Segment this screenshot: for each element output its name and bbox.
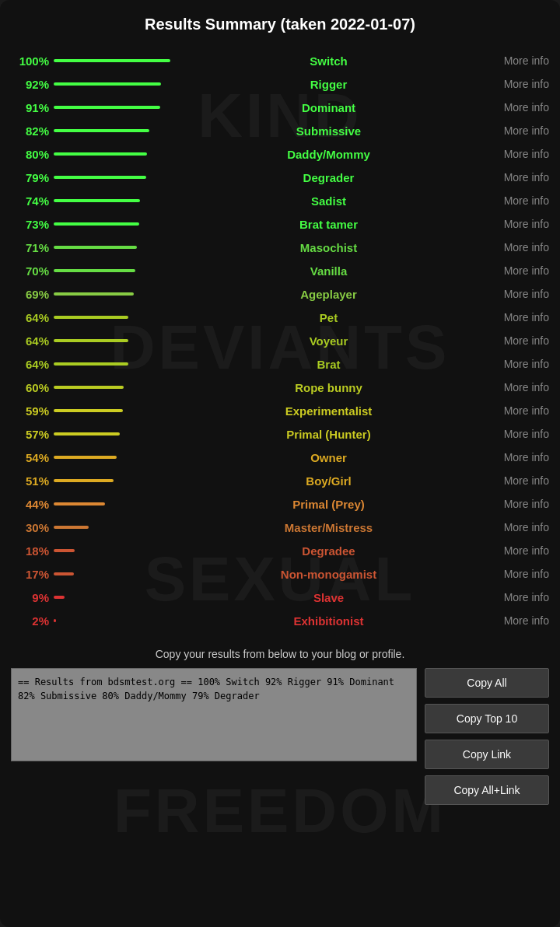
more-info-link[interactable]: More info — [479, 358, 549, 370]
more-info-link[interactable]: More info — [479, 544, 549, 557]
result-pct: 70% — [11, 264, 54, 278]
bar — [54, 619, 56, 622]
copy-all-link-button[interactable]: Copy All+Link — [425, 775, 549, 805]
role-name: Vanilla — [178, 264, 479, 278]
more-info-link[interactable]: More info — [479, 171, 549, 184]
role-name: Degradee — [178, 544, 479, 558]
bar — [54, 82, 161, 86]
result-pct: 51% — [11, 474, 54, 488]
result-pct: 100% — [11, 54, 54, 68]
role-name: Brat — [178, 358, 479, 371]
result-pct: 64% — [11, 358, 54, 371]
more-info-link[interactable]: More info — [479, 591, 549, 603]
bar — [54, 526, 89, 529]
role-name: Pet — [178, 311, 479, 324]
result-row: 64% Brat More info — [8, 352, 552, 376]
result-row: 82% Submissive More info — [8, 119, 552, 142]
bar — [54, 246, 137, 249]
bar — [54, 59, 170, 62]
bar-container — [54, 432, 178, 436]
result-row: 69% Ageplayer More info — [8, 282, 552, 306]
bar-container — [54, 595, 178, 600]
copy-top10-button[interactable]: Copy Top 10 — [425, 704, 549, 733]
role-name: Daddy/Mommy — [178, 148, 479, 161]
result-pct: 59% — [11, 404, 54, 418]
copy-buttons-group: Copy All Copy Top 10 Copy Link Copy All+… — [425, 668, 549, 805]
bar — [54, 479, 114, 482]
result-row: 74% Sadist More info — [8, 189, 552, 212]
bar-container — [54, 455, 178, 460]
more-info-link[interactable]: More info — [479, 311, 549, 324]
bar-container — [54, 175, 178, 180]
bar — [54, 432, 120, 436]
more-info-link[interactable]: More info — [479, 381, 549, 394]
result-row: 70% Vanilla More info — [8, 259, 552, 282]
more-info-link[interactable]: More info — [479, 101, 549, 114]
more-info-link[interactable]: More info — [479, 498, 549, 510]
more-info-link[interactable]: More info — [479, 288, 549, 300]
result-pct: 57% — [11, 428, 54, 441]
bar-container — [54, 268, 178, 273]
bar — [54, 549, 75, 552]
role-name: Rigger — [178, 78, 479, 91]
result-row: 64% Pet More info — [8, 306, 552, 329]
main-container: KIND DEVIANTS SEXUAL FREEDOM Results Sum… — [0, 0, 560, 927]
result-row: 51% Boy/Girl More info — [8, 469, 552, 492]
bar-container — [54, 408, 178, 413]
bar-container — [54, 315, 178, 320]
role-name: Ageplayer — [178, 288, 479, 301]
more-info-link[interactable]: More info — [479, 521, 549, 533]
bar — [54, 292, 134, 296]
result-pct: 2% — [11, 614, 54, 628]
copy-link-button[interactable]: Copy Link — [425, 740, 549, 769]
more-info-link[interactable]: More info — [479, 124, 549, 137]
copy-section: Copy your results from below to your blo… — [8, 643, 552, 808]
more-info-link[interactable]: More info — [479, 54, 549, 67]
result-row: 79% Degrader More info — [8, 166, 552, 189]
copy-area: == Results from bdsmtest.org == 100% Swi… — [11, 668, 549, 805]
more-info-link[interactable]: More info — [479, 78, 549, 90]
result-row: 59% Experimentalist More info — [8, 399, 552, 422]
bar-container — [54, 58, 178, 63]
result-pct: 69% — [11, 288, 54, 301]
more-info-link[interactable]: More info — [479, 568, 549, 580]
bar-container — [54, 105, 178, 110]
more-info-link[interactable]: More info — [479, 428, 549, 440]
result-row: 64% Voyeur More info — [8, 329, 552, 352]
copy-all-button[interactable]: Copy All — [425, 668, 549, 698]
more-info-link[interactable]: More info — [479, 264, 549, 277]
more-info-link[interactable]: More info — [479, 218, 549, 230]
more-info-link[interactable]: More info — [479, 241, 549, 254]
result-pct: 73% — [11, 218, 54, 231]
bar-container — [54, 152, 178, 156]
result-pct: 64% — [11, 311, 54, 324]
more-info-link[interactable]: More info — [479, 148, 549, 160]
result-row: 57% Primal (Hunter) More info — [8, 422, 552, 446]
bar-container — [54, 385, 178, 390]
bar — [54, 129, 149, 132]
more-info-link[interactable]: More info — [479, 614, 549, 627]
more-info-link[interactable]: More info — [479, 474, 549, 487]
bar — [54, 222, 139, 226]
more-info-link[interactable]: More info — [479, 194, 549, 207]
result-pct: 82% — [11, 124, 54, 138]
role-name: Slave — [178, 591, 479, 604]
bar-container — [54, 245, 178, 250]
content-area: Results Summary (taken 2022-01-07) 100% … — [0, 0, 560, 816]
bar — [54, 316, 128, 319]
bar-container — [54, 128, 178, 133]
bar-container — [54, 82, 178, 86]
bar-container — [54, 292, 178, 296]
result-row: 18% Degradee More info — [8, 539, 552, 562]
role-name: Owner — [178, 451, 479, 464]
role-name: Exhibitionist — [178, 614, 479, 628]
more-info-link[interactable]: More info — [479, 334, 549, 347]
result-row: 71% Masochist More info — [8, 236, 552, 259]
result-row: 60% Rope bunny More info — [8, 376, 552, 399]
result-pct: 54% — [11, 451, 54, 464]
bar — [54, 106, 160, 109]
bar — [54, 199, 140, 202]
more-info-link[interactable]: More info — [479, 404, 549, 417]
bar — [54, 502, 105, 505]
more-info-link[interactable]: More info — [479, 451, 549, 464]
